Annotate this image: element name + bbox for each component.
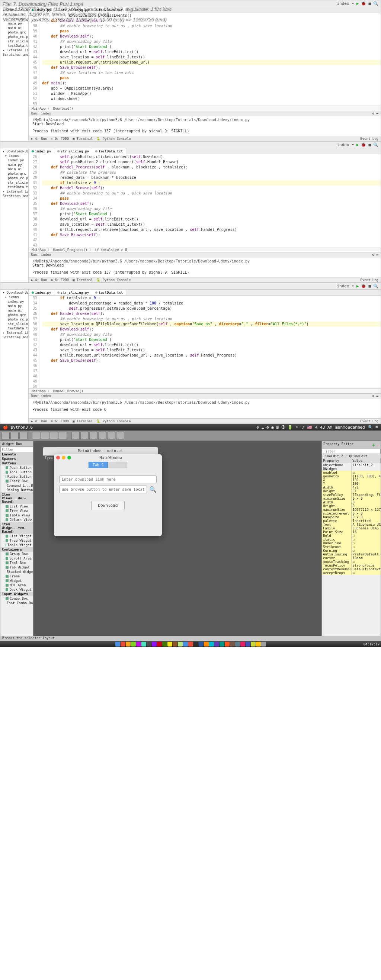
property-row[interactable]: Underline☐: [322, 541, 381, 545]
widget-item[interactable]: Tree View: [0, 509, 33, 513]
property-row[interactable]: paletteInherited: [322, 519, 381, 523]
breadcrumb[interactable]: MainApp 〉 Handel_Browse(): [29, 388, 381, 393]
dock-app-icon[interactable]: [183, 642, 188, 646]
dock-app-icon[interactable]: [152, 642, 157, 646]
qt-tool-open[interactable]: [10, 432, 19, 440]
property-row[interactable]: acceptDrops☑: [322, 571, 381, 575]
widget-item[interactable]: Group Box: [0, 552, 33, 556]
tree-node[interactable]: ▸ External Libraries: [1, 331, 27, 335]
run-icon[interactable]: ▶: [356, 1, 359, 6]
property-row[interactable]: Strikeout☐: [322, 545, 381, 549]
widget-item[interactable]: List View: [0, 504, 33, 509]
stop-icon[interactable]: ■: [368, 1, 371, 6]
tool-tab[interactable]: ▶ 4: Run: [31, 278, 47, 282]
code-editor[interactable]: 3637383940414243444546474849505152535455…: [29, 13, 381, 106]
widget-category[interactable]: Buttons: [0, 461, 33, 466]
tree-node[interactable]: Scratches and Co: [1, 335, 27, 339]
property-row[interactable]: AntialiasingPreferDefault: [322, 552, 381, 556]
dock-app-icon[interactable]: [230, 642, 235, 646]
preview-window[interactable]: MainWindow Tab 1 Tab 2 🔍 Download: [54, 454, 162, 536]
run-output[interactable]: /MyData/Anaconda/anaconda3/bin/python3.6…: [29, 116, 381, 136]
tab-2[interactable]: Tab 2: [108, 462, 127, 468]
tree-node[interactable]: ▾ icons: [1, 295, 27, 299]
run-config-selector[interactable]: index ▾: [337, 1, 354, 6]
property-row[interactable]: focusPolicyStrongFocus: [322, 563, 381, 567]
dock-app-icon[interactable]: [131, 642, 136, 646]
widget-item[interactable]: Command L...Button: [0, 483, 33, 488]
breadcrumb[interactable]: MainApp 〉 Handel_Progress() 〉 if totalsi…: [29, 247, 381, 252]
run-output[interactable]: /MyData/Anaconda/anaconda3/bin/python3.6…: [29, 399, 381, 418]
tree-node[interactable]: main.ui: [1, 308, 27, 313]
dock-app-icon[interactable]: [167, 642, 172, 646]
save-location-input[interactable]: [59, 485, 147, 493]
tree-node[interactable]: Scratches and Co: [1, 52, 27, 57]
tree-node[interactable]: index.py: [1, 158, 27, 162]
close-icon[interactable]: [56, 456, 60, 460]
widget-item[interactable]: Tree Widget: [0, 538, 33, 543]
widget-box-filter[interactable]: [0, 447, 33, 452]
tool-tab[interactable]: ≡ 6: TODO: [51, 278, 69, 282]
breadcrumb[interactable]: MainApp 〉 Download(): [29, 106, 381, 111]
property-row[interactable]: FamilyEuphemia UCAS: [322, 527, 381, 530]
property-row[interactable]: objectNamelineEdit_2: [322, 463, 381, 467]
tree-node[interactable]: main.ui: [1, 167, 27, 172]
tree-node[interactable]: ▾ Download-Udemy: [1, 290, 27, 295]
widget-item[interactable]: Font Combo Box: [0, 601, 33, 605]
stop-icon[interactable]: ■: [368, 284, 371, 288]
property-row[interactable]: Kerning☑: [322, 549, 381, 552]
tree-node[interactable]: Scratches and Co: [1, 194, 27, 198]
menubar-icons[interactable]: ⊙ ☁ ⚙ ◉ ⊡ ⦿ 🔋 ᯤ ♪ 🇺🇸: [257, 425, 312, 430]
run-config-selector[interactable]: index ▾: [337, 142, 354, 147]
tool-tab[interactable]: ▣ Terminal: [73, 278, 92, 282]
qt-tool-layout-h[interactable]: [72, 432, 80, 440]
widget-item[interactable]: Push Button: [0, 466, 33, 470]
property-row[interactable]: maximumSize16777215 x 16777215: [322, 508, 381, 512]
widget-category[interactable]: Spacers: [0, 457, 33, 461]
debug-icon[interactable]: 🐞: [361, 142, 366, 147]
widget-item[interactable]: Scroll Area: [0, 556, 33, 561]
tree-node[interactable]: photo.qrc: [1, 313, 27, 317]
tree-node[interactable]: str_slicing.py: [1, 180, 27, 185]
dock-app-icon[interactable]: [245, 642, 250, 646]
dock-app-icon[interactable]: [199, 642, 204, 646]
dock-app-icon[interactable]: [178, 642, 183, 646]
tree-node[interactable]: photo_rc.py: [1, 176, 27, 180]
widget-item[interactable]: Stacked Widget: [0, 570, 33, 574]
tool-tab[interactable]: ▶ 4: Run: [31, 137, 47, 140]
macos-dock[interactable]: [0, 641, 381, 647]
dock-app-icon[interactable]: [220, 642, 224, 646]
property-row[interactable]: baseSize0 x 0: [322, 515, 381, 519]
tool-tab[interactable]: ≡ 6: TODO: [51, 137, 69, 140]
dock-finder-icon[interactable]: [115, 642, 120, 646]
widget-item[interactable]: Tool Button: [0, 470, 33, 474]
tree-node[interactable]: main.py: [1, 162, 27, 167]
property-row[interactable]: contextMenuPolicyDefaultContextMenu: [322, 567, 381, 571]
event-log-tab[interactable]: Event Log: [360, 278, 378, 282]
widget-item[interactable]: Dock Widget: [0, 587, 33, 592]
search-icon[interactable]: 🔍: [149, 486, 157, 493]
property-row[interactable]: Point Size16: [322, 530, 381, 534]
zoom-icon[interactable]: [67, 456, 71, 460]
tree-node[interactable]: testData.txt: [1, 185, 27, 189]
tool-tab[interactable]: 🐍 Python Console: [96, 137, 131, 140]
spotlight-icon[interactable]: 🔍 ≡: [368, 425, 378, 430]
widget-category[interactable]: Containers: [0, 547, 33, 552]
widget-item[interactable]: Combo Box: [0, 596, 33, 601]
widget-item[interactable]: Tab Widget: [0, 565, 33, 570]
qt-tool-layout-grid[interactable]: [89, 432, 97, 440]
dock-app-icon[interactable]: [240, 642, 245, 646]
dock-app-icon[interactable]: [235, 642, 240, 646]
dock-app-icon[interactable]: [214, 642, 219, 646]
editor-tab[interactable]: index.py: [29, 290, 54, 295]
tree-node[interactable]: ▸ External Libraries: [1, 189, 27, 194]
project-tree[interactable]: ▾ Download-Udemy▾ iconsindex.pymain.pyma…: [0, 7, 29, 141]
run-settings-icon[interactable]: ⚙ ▬: [373, 394, 378, 399]
project-tree[interactable]: ▾ Download-Udemy▾ iconsindex.pymain.pyma…: [0, 290, 29, 423]
tree-node[interactable]: testData.txt: [1, 43, 27, 48]
qt-tool-layout-break[interactable]: [107, 432, 115, 440]
download-button[interactable]: Download: [91, 501, 125, 510]
remove-prop-icon[interactable]: −: [377, 444, 379, 448]
widget-item[interactable]: List Widget: [0, 534, 33, 538]
widget-item[interactable]: Dialog Button Box: [0, 488, 33, 492]
dock-app-icon[interactable]: [209, 642, 214, 646]
